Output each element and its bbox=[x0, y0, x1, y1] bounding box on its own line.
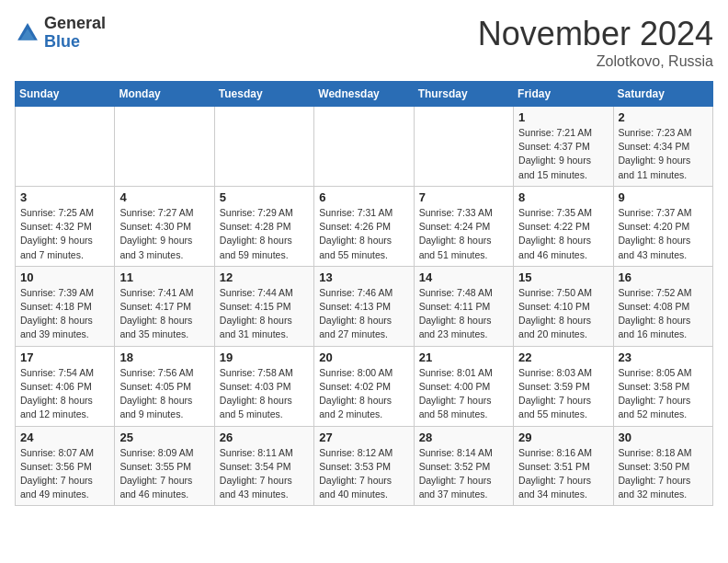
calendar-week-3: 10 Sunrise: 7:39 AMSunset: 4:18 PMDaylig… bbox=[16, 266, 713, 346]
day-info: Sunrise: 8:05 AMSunset: 3:58 PMDaylight:… bbox=[619, 366, 708, 422]
day-info: Sunrise: 7:39 AMSunset: 4:18 PMDaylight:… bbox=[20, 286, 109, 342]
day-info: Sunrise: 8:18 AMSunset: 3:50 PMDaylight:… bbox=[619, 446, 708, 502]
day-number: 1 bbox=[518, 110, 608, 124]
day-header-saturday: Saturday bbox=[613, 82, 712, 107]
calendar-cell: 11 Sunrise: 7:41 AMSunset: 4:17 PMDaylig… bbox=[115, 266, 214, 346]
calendar-week-4: 17 Sunrise: 7:54 AMSunset: 4:06 PMDaylig… bbox=[16, 346, 713, 426]
day-number: 15 bbox=[518, 270, 608, 284]
day-info: Sunrise: 8:00 AMSunset: 4:02 PMDaylight:… bbox=[319, 366, 408, 422]
day-number: 16 bbox=[619, 270, 708, 284]
calendar-week-2: 3 Sunrise: 7:25 AMSunset: 4:32 PMDayligh… bbox=[16, 186, 713, 266]
calendar-cell: 17 Sunrise: 7:54 AMSunset: 4:06 PMDaylig… bbox=[16, 346, 115, 426]
day-number: 2 bbox=[619, 110, 708, 124]
calendar-table: SundayMondayTuesdayWednesdayThursdayFrid… bbox=[15, 81, 713, 506]
day-header-sunday: Sunday bbox=[16, 82, 115, 107]
logo: General Blue bbox=[15, 15, 106, 52]
day-info: Sunrise: 7:29 AMSunset: 4:28 PMDaylight:… bbox=[220, 206, 309, 262]
calendar-cell: 21 Sunrise: 8:01 AMSunset: 4:00 PMDaylig… bbox=[414, 346, 513, 426]
day-number: 28 bbox=[419, 431, 508, 444]
day-number: 12 bbox=[220, 270, 309, 284]
day-number: 14 bbox=[419, 270, 508, 284]
day-number: 8 bbox=[518, 190, 608, 204]
calendar-cell: 12 Sunrise: 7:44 AMSunset: 4:15 PMDaylig… bbox=[214, 266, 313, 346]
day-info: Sunrise: 8:09 AMSunset: 3:55 PMDaylight:… bbox=[119, 446, 209, 502]
calendar-cell: 16 Sunrise: 7:52 AMSunset: 4:08 PMDaylig… bbox=[613, 266, 712, 346]
calendar-cell bbox=[214, 107, 313, 187]
day-number: 7 bbox=[419, 190, 508, 204]
day-number: 5 bbox=[220, 190, 309, 204]
day-header-wednesday: Wednesday bbox=[314, 82, 414, 107]
calendar-cell: 6 Sunrise: 7:31 AMSunset: 4:26 PMDayligh… bbox=[314, 186, 414, 266]
day-number: 9 bbox=[619, 190, 708, 204]
day-info: Sunrise: 7:31 AMSunset: 4:26 PMDaylight:… bbox=[319, 206, 408, 262]
calendar-cell bbox=[414, 107, 513, 187]
day-number: 13 bbox=[319, 270, 408, 284]
calendar-cell: 20 Sunrise: 8:00 AMSunset: 4:02 PMDaylig… bbox=[314, 346, 414, 426]
calendar-cell: 18 Sunrise: 7:56 AMSunset: 4:05 PMDaylig… bbox=[115, 346, 214, 426]
day-number: 24 bbox=[20, 431, 109, 444]
day-number: 17 bbox=[20, 350, 109, 364]
calendar-cell bbox=[16, 107, 115, 187]
day-info: Sunrise: 7:21 AMSunset: 4:37 PMDaylight:… bbox=[518, 126, 608, 182]
day-number: 29 bbox=[518, 431, 608, 444]
day-number: 23 bbox=[619, 350, 708, 364]
calendar-cell: 24 Sunrise: 8:07 AMSunset: 3:56 PMDaylig… bbox=[16, 426, 115, 506]
calendar-cell: 19 Sunrise: 7:58 AMSunset: 4:03 PMDaylig… bbox=[214, 346, 313, 426]
location: Zolotkovo, Russia bbox=[478, 53, 713, 70]
day-info: Sunrise: 7:25 AMSunset: 4:32 PMDaylight:… bbox=[20, 206, 109, 262]
day-info: Sunrise: 8:16 AMSunset: 3:51 PMDaylight:… bbox=[518, 446, 608, 502]
day-info: Sunrise: 8:14 AMSunset: 3:52 PMDaylight:… bbox=[419, 446, 508, 502]
calendar-cell: 2 Sunrise: 7:23 AMSunset: 4:34 PMDayligh… bbox=[613, 107, 712, 187]
calendar-cell: 22 Sunrise: 8:03 AMSunset: 3:59 PMDaylig… bbox=[514, 346, 613, 426]
day-number: 4 bbox=[119, 190, 209, 204]
calendar-cell: 1 Sunrise: 7:21 AMSunset: 4:37 PMDayligh… bbox=[514, 107, 613, 187]
day-info: Sunrise: 7:46 AMSunset: 4:13 PMDaylight:… bbox=[319, 286, 408, 342]
day-number: 26 bbox=[220, 431, 309, 444]
day-info: Sunrise: 7:52 AMSunset: 4:08 PMDaylight:… bbox=[619, 286, 708, 342]
day-number: 10 bbox=[20, 270, 109, 284]
day-number: 3 bbox=[20, 190, 109, 204]
day-number: 27 bbox=[319, 431, 408, 444]
calendar-cell: 23 Sunrise: 8:05 AMSunset: 3:58 PMDaylig… bbox=[613, 346, 712, 426]
day-header-friday: Friday bbox=[514, 82, 613, 107]
calendar-cell: 10 Sunrise: 7:39 AMSunset: 4:18 PMDaylig… bbox=[16, 266, 115, 346]
day-info: Sunrise: 7:23 AMSunset: 4:34 PMDaylight:… bbox=[619, 126, 708, 182]
day-number: 18 bbox=[119, 350, 209, 364]
month-title: November 2024 bbox=[478, 15, 713, 53]
day-info: Sunrise: 7:33 AMSunset: 4:24 PMDaylight:… bbox=[419, 206, 508, 262]
day-info: Sunrise: 8:01 AMSunset: 4:00 PMDaylight:… bbox=[419, 366, 508, 422]
day-number: 19 bbox=[220, 350, 309, 364]
day-number: 22 bbox=[518, 350, 608, 364]
day-info: Sunrise: 7:27 AMSunset: 4:30 PMDaylight:… bbox=[119, 206, 209, 262]
day-number: 11 bbox=[119, 270, 209, 284]
calendar-cell: 9 Sunrise: 7:37 AMSunset: 4:20 PMDayligh… bbox=[613, 186, 712, 266]
logo-general: General bbox=[44, 15, 106, 33]
calendar-week-1: 1 Sunrise: 7:21 AMSunset: 4:37 PMDayligh… bbox=[16, 107, 713, 187]
day-number: 20 bbox=[319, 350, 408, 364]
day-number: 30 bbox=[619, 431, 708, 444]
day-number: 25 bbox=[119, 431, 209, 444]
calendar-cell: 3 Sunrise: 7:25 AMSunset: 4:32 PMDayligh… bbox=[16, 186, 115, 266]
calendar-cell: 28 Sunrise: 8:14 AMSunset: 3:52 PMDaylig… bbox=[414, 426, 513, 506]
calendar-cell: 5 Sunrise: 7:29 AMSunset: 4:28 PMDayligh… bbox=[214, 186, 313, 266]
calendar-cell: 15 Sunrise: 7:50 AMSunset: 4:10 PMDaylig… bbox=[514, 266, 613, 346]
day-info: Sunrise: 7:54 AMSunset: 4:06 PMDaylight:… bbox=[20, 366, 109, 422]
calendar-cell bbox=[115, 107, 214, 187]
calendar-cell: 13 Sunrise: 7:46 AMSunset: 4:13 PMDaylig… bbox=[314, 266, 414, 346]
title-block: November 2024 Zolotkovo, Russia bbox=[478, 15, 713, 70]
logo-text: General Blue bbox=[44, 15, 106, 52]
page-header: General Blue November 2024 Zolotkovo, Ru… bbox=[15, 15, 713, 70]
day-number: 21 bbox=[419, 350, 508, 364]
day-info: Sunrise: 7:37 AMSunset: 4:20 PMDaylight:… bbox=[619, 206, 708, 262]
day-info: Sunrise: 7:48 AMSunset: 4:11 PMDaylight:… bbox=[419, 286, 508, 342]
calendar-cell: 8 Sunrise: 7:35 AMSunset: 4:22 PMDayligh… bbox=[514, 186, 613, 266]
day-info: Sunrise: 8:03 AMSunset: 3:59 PMDaylight:… bbox=[518, 366, 608, 422]
day-info: Sunrise: 7:35 AMSunset: 4:22 PMDaylight:… bbox=[518, 206, 608, 262]
day-header-thursday: Thursday bbox=[414, 82, 513, 107]
calendar-cell: 14 Sunrise: 7:48 AMSunset: 4:11 PMDaylig… bbox=[414, 266, 513, 346]
day-header-tuesday: Tuesday bbox=[214, 82, 313, 107]
calendar-cell: 7 Sunrise: 7:33 AMSunset: 4:24 PMDayligh… bbox=[414, 186, 513, 266]
day-info: Sunrise: 7:41 AMSunset: 4:17 PMDaylight:… bbox=[119, 286, 209, 342]
calendar-cell: 25 Sunrise: 8:09 AMSunset: 3:55 PMDaylig… bbox=[115, 426, 214, 506]
day-number: 6 bbox=[319, 190, 408, 204]
